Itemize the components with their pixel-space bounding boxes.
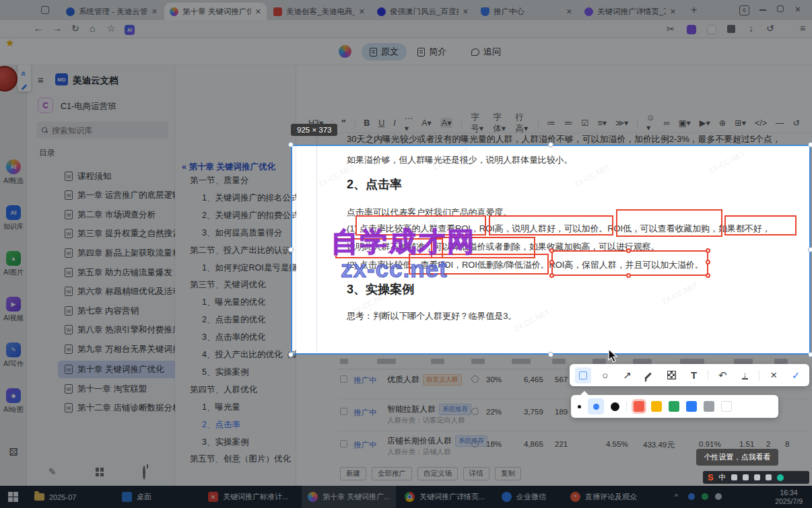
dim-overlay-left: [0, 145, 291, 355]
selection-size-label: 925 × 373: [291, 124, 337, 136]
mosaic-tool[interactable]: [664, 367, 680, 384]
sogou-tool-icon[interactable]: [766, 474, 772, 480]
download-tool[interactable]: ↓: [737, 367, 753, 384]
resize-handle[interactable]: [706, 248, 710, 253]
sogou-tool-icon[interactable]: [743, 474, 749, 480]
color-swatch-green[interactable]: [669, 401, 679, 412]
annotation-rect[interactable]: [409, 254, 549, 275]
mouse-cursor: [608, 349, 619, 363]
ellipse-tool[interactable]: ○: [597, 367, 613, 384]
confirm-capture-button[interactable]: ✓: [788, 367, 804, 384]
text-tool[interactable]: T: [686, 367, 702, 384]
resize-handle[interactable]: [706, 273, 710, 278]
doc-heading: 3、实操案例: [347, 281, 414, 297]
color-swatch-blue[interactable]: [686, 401, 697, 412]
doc-paragraph: 如果溢价够，但人群曝光还是很少，说明人群体量比较小。: [347, 154, 572, 166]
dim-overlay-top: [0, 0, 812, 145]
arrow-tool[interactable]: ↗: [619, 367, 636, 384]
annotation-rect[interactable]: [489, 215, 613, 235]
pen-tool[interactable]: [642, 367, 658, 384]
selection-handle-n[interactable]: [548, 142, 553, 147]
input-mode-chinese[interactable]: 中: [719, 473, 726, 482]
annotation-rect[interactable]: [356, 215, 486, 235]
cancel-capture-button[interactable]: ×: [766, 367, 782, 384]
undo-tool[interactable]: ↶: [714, 367, 731, 384]
resize-handle[interactable]: [626, 248, 631, 253]
stroke-size-medium-selected[interactable]: [588, 398, 604, 414]
page-margin-line: [316, 135, 317, 351]
resize-handle[interactable]: [549, 260, 554, 264]
sogou-tooltip[interactable]: 个性设置，点我看看: [696, 449, 778, 466]
selection-handle-w[interactable]: [288, 247, 294, 252]
color-swatch-white[interactable]: [721, 401, 732, 412]
color-swatch-yellow[interactable]: [651, 401, 662, 412]
sogou-tool-icon[interactable]: [731, 474, 737, 480]
stroke-size-large[interactable]: [611, 402, 619, 411]
sogou-input-bar[interactable]: S 中: [703, 471, 809, 484]
annotation-palette: [571, 395, 778, 418]
selection-handle-nw[interactable]: [288, 142, 294, 147]
selection-handle-ne[interactable]: [808, 142, 812, 147]
doc-heading: 2、点击率: [347, 176, 402, 192]
selection-handle-sw[interactable]: [288, 352, 294, 357]
selection-handle-s[interactable]: [548, 352, 553, 357]
resize-handle[interactable]: [549, 273, 554, 278]
screen: 系统管理 - 美迪云管理 ✕ 第十章 关键词推广优化 ✕ 美迪创客_美迪电商_美…: [0, 0, 812, 508]
selection-handle-se[interactable]: [808, 352, 812, 357]
resize-handle[interactable]: [706, 260, 710, 264]
resize-handle[interactable]: [626, 273, 631, 278]
sogou-skin-icon[interactable]: [777, 474, 784, 481]
annotation-rect[interactable]: [724, 215, 797, 235]
doc-paragraph: 思考：判断以下哪个人群更好？临界值是3。: [347, 310, 516, 322]
color-swatch-gray[interactable]: [704, 401, 714, 412]
annotation-toolbar: ○ ↗ T ↶ ↓ × ✓: [570, 364, 809, 386]
selection-handle-e[interactable]: [808, 247, 812, 252]
color-swatch-red-selected[interactable]: [634, 401, 644, 412]
sogou-logo[interactable]: S: [708, 472, 714, 482]
annotation-rect[interactable]: [616, 209, 722, 237]
stroke-size-small[interactable]: [578, 405, 581, 408]
annotation-rect-selected[interactable]: [551, 250, 708, 276]
sogou-tool-icon[interactable]: [754, 474, 760, 480]
rectangle-tool[interactable]: [575, 367, 591, 384]
resize-handle[interactable]: [549, 248, 554, 253]
